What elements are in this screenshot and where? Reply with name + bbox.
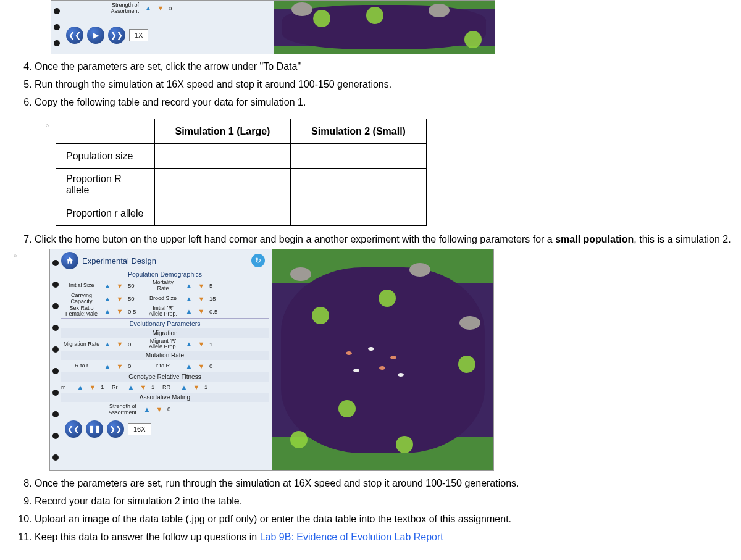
assortment-value: 0 — [167, 5, 186, 12]
table-cell[interactable] — [155, 169, 291, 201]
arrow-down-icon[interactable]: ▼ — [196, 306, 207, 317]
assortment-label: Strength of Assortment — [61, 403, 141, 416]
arrow-up-icon[interactable]: ▲ — [178, 382, 190, 393]
table-blank-header — [56, 119, 155, 144]
arrow-down-icon[interactable]: ▼ — [155, 2, 166, 14]
arrow-down-icon[interactable]: ▼ — [191, 382, 202, 393]
migration-rate-label: Migration Rate — [61, 341, 102, 347]
section-assortative: Assortative Mating — [61, 393, 269, 402]
section-migration: Migration — [61, 328, 269, 338]
instruction-list: Once the parameters are set, click the a… — [0, 58, 741, 111]
RR-value: 1 — [203, 383, 216, 390]
mortality-value: 5 — [208, 282, 224, 289]
arrow-up-icon[interactable]: ▲ — [183, 361, 195, 372]
section-evolutionary: Evolutionary Parameters — [61, 318, 269, 328]
sex-ratio-value: 0.5 — [127, 308, 143, 315]
table-cell[interactable] — [155, 144, 291, 169]
arrow-down-icon[interactable]: ▼ — [114, 338, 125, 349]
arrow-up-icon[interactable]: ▲ — [102, 338, 113, 349]
speed-indicator[interactable]: 16X — [128, 423, 151, 435]
table-cell[interactable] — [291, 144, 427, 169]
forward-button[interactable]: ❯❯ — [107, 420, 124, 438]
section-demographics: Population Demographics — [61, 269, 269, 279]
arrow-up-icon[interactable]: ▲ — [183, 280, 195, 291]
forward-button[interactable]: ❯❯ — [108, 27, 125, 44]
assortment-label: Strength of Assortment — [62, 2, 143, 14]
r-to-r-lower-value: 0 — [127, 362, 143, 369]
section-fitness: Genotype Relative Fitness — [61, 372, 269, 382]
arrow-down-icon[interactable]: ▼ — [196, 338, 207, 349]
table-row-label: Population size — [56, 144, 155, 169]
assortment-value: 0 — [166, 406, 185, 412]
sex-ratio-label: Sex Ratio Female:Male — [61, 306, 102, 317]
decorative-dots — [50, 249, 61, 470]
step-11: Keep this data to answer the follow up q… — [35, 529, 741, 546]
rr-value: 1 — [99, 383, 112, 390]
initial-r-allele-label: Initial 'R' Allele Prop. — [143, 306, 183, 317]
arrow-up-icon[interactable]: ▲ — [102, 306, 113, 317]
table-row-label: Proportion R allele — [56, 169, 155, 201]
arrow-down-icon[interactable]: ▼ — [196, 361, 207, 372]
lab-report-link[interactable]: Lab 9B: Evidence of Evolution Lab Report — [260, 532, 443, 542]
simulation-screenshot-2: Experimental Design ↻ Population Demogra… — [49, 249, 494, 471]
arrow-down-icon[interactable]: ▼ — [114, 361, 125, 372]
step-6: Copy the following table and record your… — [35, 94, 741, 112]
table-cell[interactable] — [291, 169, 427, 201]
arrow-up-icon[interactable]: ▲ — [183, 293, 195, 304]
arrow-down-icon[interactable]: ▼ — [87, 382, 98, 393]
initial-size-label: Initial Size — [61, 283, 102, 288]
carrying-capacity-value: 50 — [127, 295, 143, 302]
arrow-up-icon[interactable]: ▲ — [125, 382, 136, 393]
instruction-list: Once the parameters are set, run through… — [0, 475, 741, 546]
panel-title: Experimental Design — [82, 256, 156, 265]
arrow-up-icon[interactable]: ▲ — [75, 382, 86, 393]
step-8: Once the parameters are set, run through… — [35, 475, 741, 493]
arrow-down-icon[interactable]: ▼ — [114, 280, 125, 291]
carrying-capacity-label: Carrying Capacity — [61, 293, 102, 304]
arrow-down-icon[interactable]: ▼ — [138, 382, 149, 393]
arrow-down-icon[interactable]: ▼ — [196, 280, 207, 291]
arrow-down-icon[interactable]: ▼ — [114, 306, 125, 317]
migrant-r-prop-label: Migrant 'R' Allele Prop. — [143, 338, 183, 350]
pause-button[interactable]: ❚❚ — [86, 420, 103, 438]
step-5: Run through the simulation at 16X speed … — [35, 76, 741, 94]
arrow-down-icon[interactable]: ▼ — [114, 293, 125, 304]
pond-visual — [272, 249, 493, 470]
brood-size-value: 15 — [208, 295, 224, 302]
arrow-up-icon[interactable]: ▲ — [102, 361, 113, 372]
initial-size-value: 50 — [127, 282, 143, 289]
play-button[interactable]: ▶ — [87, 27, 104, 44]
arrow-up-icon[interactable]: ▲ — [141, 404, 153, 415]
arrow-up-icon[interactable]: ▲ — [183, 338, 195, 349]
r-to-r-upper-label: r to R — [143, 363, 183, 369]
rr-label: rr — [61, 384, 75, 390]
arrow-down-icon[interactable]: ▼ — [154, 404, 165, 415]
migration-rate-value: 0 — [127, 341, 143, 348]
speed-indicator[interactable]: 1X — [129, 29, 148, 41]
arrow-up-icon[interactable]: ▲ — [102, 280, 113, 291]
rewind-button[interactable]: ❮❮ — [66, 27, 83, 44]
section-mutation: Mutation Rate — [61, 351, 269, 360]
step-4: Once the parameters are set, click the a… — [35, 58, 741, 76]
home-button[interactable] — [61, 252, 78, 269]
mortality-label: Mortality Rate — [143, 280, 183, 291]
arrow-down-icon[interactable]: ▼ — [196, 293, 207, 304]
data-table: Simulation 1 (Large) Simulation 2 (Small… — [56, 119, 427, 226]
refresh-button[interactable]: ↻ — [251, 254, 265, 267]
rewind-button[interactable]: ❮❮ — [65, 420, 82, 438]
table-header-sim1: Simulation 1 (Large) — [155, 119, 291, 144]
table-cell[interactable] — [291, 201, 427, 226]
arrow-up-icon[interactable]: ▲ — [143, 2, 154, 14]
step-10: Upload an image of the data table (.jpg … — [35, 511, 741, 529]
step-9: Record your data for simulation 2 into t… — [35, 493, 741, 511]
table-row-label: Proportion r allele — [56, 201, 155, 226]
RR-label: RR — [162, 384, 178, 390]
initial-r-allele-value: 0.5 — [208, 308, 224, 315]
instruction-list: Click the home buton on the upper left h… — [0, 231, 741, 249]
r-to-r-upper-value: 0 — [208, 362, 224, 369]
decorative-dots — [51, 1, 62, 54]
arrow-up-icon[interactable]: ▲ — [183, 306, 195, 317]
arrow-up-icon[interactable]: ▲ — [102, 293, 113, 304]
Rr-label: Rr — [112, 384, 125, 390]
table-cell[interactable] — [155, 201, 291, 226]
